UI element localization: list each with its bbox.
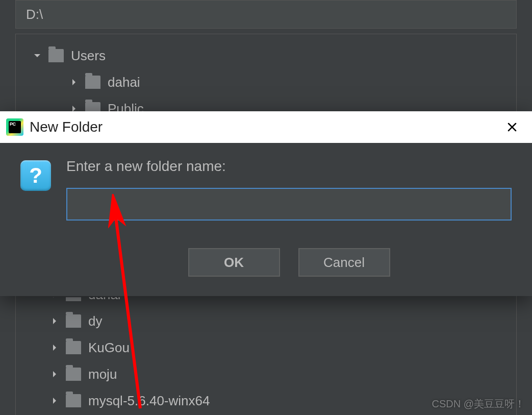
dialog-form: Enter a new folder name: OK Cancel	[66, 158, 512, 277]
folder-icon	[66, 368, 81, 381]
path-value: D:\	[26, 7, 43, 22]
chevron-right-icon	[48, 395, 61, 407]
chevron-down-icon	[31, 50, 43, 62]
cancel-button[interactable]: Cancel	[298, 248, 390, 277]
question-icon: ?	[20, 160, 51, 191]
tree-item-label: KuGou	[88, 340, 130, 356]
tree-item-dahai[interactable]: dahai	[16, 69, 516, 95]
folder-icon	[48, 49, 64, 62]
tree-item-label: Users	[71, 48, 106, 64]
chevron-right-icon	[48, 368, 61, 380]
folder-icon	[85, 76, 100, 89]
tree-item-moju[interactable]: moju	[16, 361, 516, 387]
dialog-title: New Folder	[30, 119, 103, 135]
chevron-right-icon	[48, 341, 61, 354]
tree-item-label: dy	[88, 313, 102, 329]
new-folder-dialog: PC New Folder ? Enter a new folder name:…	[0, 111, 532, 296]
tree-item-users[interactable]: Users	[16, 42, 516, 69]
tree-item-label: moju	[88, 367, 117, 382]
chevron-right-icon	[68, 76, 80, 88]
prompt-label: Enter a new folder name:	[66, 158, 512, 175]
tree-item-label: dahai	[108, 75, 140, 90]
tree-item-kugou[interactable]: KuGou	[16, 334, 516, 361]
dialog-titlebar[interactable]: PC New Folder	[0, 111, 532, 143]
folder-icon	[66, 314, 81, 328]
chevron-right-icon	[48, 315, 61, 327]
close-button[interactable]	[502, 117, 522, 137]
folder-icon	[66, 341, 81, 354]
path-bar[interactable]: D:\	[15, 0, 517, 29]
dialog-buttons: OK Cancel	[66, 248, 512, 277]
folder-name-input[interactable]	[66, 188, 512, 221]
pycharm-icon: PC	[6, 118, 23, 136]
ok-button[interactable]: OK	[188, 248, 280, 277]
dialog-body: ? Enter a new folder name: OK Cancel	[0, 143, 532, 296]
folder-icon	[66, 394, 81, 407]
tree-item-label: mysql-5.6.40-winx64	[88, 393, 210, 409]
tree-item-dy[interactable]: dy	[16, 308, 516, 334]
tree-item-mysql[interactable]: mysql-5.6.40-winx64	[16, 387, 516, 414]
